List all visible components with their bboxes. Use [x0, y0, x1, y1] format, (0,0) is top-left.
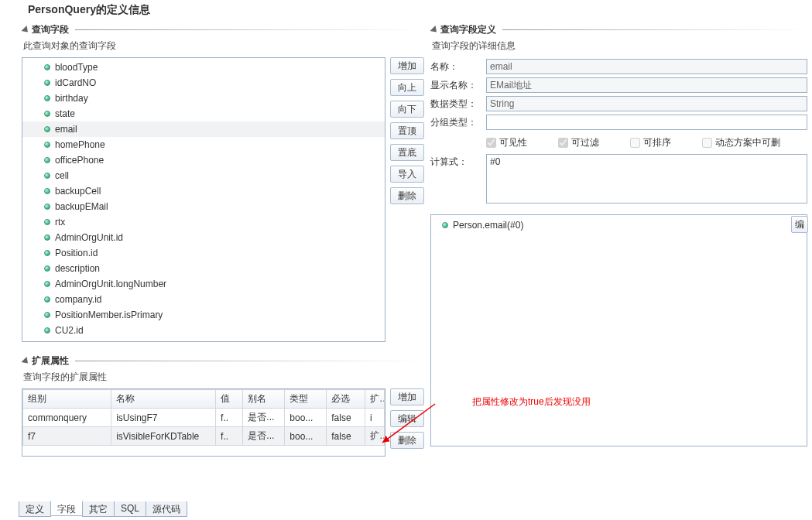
list-item[interactable]: email — [22, 121, 385, 137]
ext-table-wrap[interactable]: 组别名称值别名类型必选扩 commonqueryisUsingF7f..是否..… — [22, 388, 385, 457]
expression-tree[interactable]: Person.email(#0) — [430, 214, 807, 446]
display-name-field[interactable] — [486, 77, 807, 93]
list-item-label: cell — [55, 170, 69, 181]
tabs: 定义字段其它SQL源代码 — [19, 501, 187, 517]
ext-header[interactable]: 扩展属性 — [22, 353, 424, 369]
cell[interactable]: false — [327, 409, 365, 427]
group-type-field[interactable] — [486, 115, 807, 130]
cell[interactable]: isVisibleForKDTable — [111, 427, 216, 446]
list-item-label: homePhone — [55, 139, 105, 150]
check-可见性[interactable]: 可见性 — [486, 136, 527, 149]
check-动态方案中可删[interactable]: 动态方案中可删 — [702, 136, 780, 149]
checkbox[interactable] — [558, 138, 568, 148]
button-删除[interactable]: 删除 — [390, 187, 424, 204]
button-增加[interactable]: 增加 — [390, 388, 424, 405]
checkbox[interactable] — [486, 138, 496, 148]
button-导入[interactable]: 导入 — [390, 166, 424, 183]
list-item[interactable]: state — [22, 106, 385, 121]
check-可排序[interactable]: 可排序 — [630, 136, 671, 149]
button-增加[interactable]: 增加 — [390, 57, 424, 74]
tab-SQL[interactable]: SQL — [114, 501, 146, 517]
def-form: 名称： 显示名称： 数据类型： 分组类型： 可见性可过滤可排序动态方案中可删 — [430, 57, 807, 210]
button-置顶[interactable]: 置顶 — [390, 122, 424, 139]
button-向上[interactable]: 向上 — [390, 79, 424, 96]
col-header[interactable]: 组别 — [23, 390, 111, 409]
list-item-label: birthday — [55, 93, 88, 104]
expression-field[interactable] — [486, 154, 807, 204]
bullet-icon — [44, 64, 50, 70]
cell[interactable]: f7 — [23, 427, 111, 446]
tab-定义[interactable]: 定义 — [19, 501, 51, 517]
cell[interactable]: commonquery — [23, 409, 111, 427]
checkbox[interactable] — [630, 138, 640, 148]
edit-expression-button[interactable]: 编 — [791, 216, 808, 233]
chevron-down-icon — [21, 25, 30, 34]
list-item[interactable]: rtx — [22, 214, 385, 230]
table-row[interactable]: commonqueryisUsingF7f..是否...boo...falsei — [23, 409, 385, 427]
cell[interactable]: f.. — [216, 427, 243, 446]
cell[interactable]: i — [365, 409, 385, 427]
check-可过滤[interactable]: 可过滤 — [558, 136, 599, 149]
check-label: 可见性 — [499, 136, 527, 149]
tab-其它[interactable]: 其它 — [82, 501, 115, 517]
cell[interactable]: boo... — [285, 409, 327, 427]
cell[interactable]: 扩 — [365, 427, 385, 446]
fields-header[interactable]: 查询字段 — [22, 22, 424, 38]
list-item[interactable]: backupCell — [22, 183, 385, 199]
checkbox[interactable] — [702, 138, 712, 148]
ext-hscroll[interactable] — [22, 443, 385, 456]
button-删除[interactable]: 删除 — [390, 432, 424, 449]
list-item[interactable]: bloodType — [22, 60, 385, 75]
list-item[interactable]: officePhone — [22, 152, 385, 168]
col-header[interactable]: 扩 — [365, 390, 385, 409]
cell[interactable]: boo... — [285, 427, 327, 446]
bullet-icon — [44, 126, 50, 132]
cell[interactable]: false — [327, 427, 365, 446]
col-header[interactable]: 别名 — [243, 390, 285, 409]
col-header[interactable]: 类型 — [285, 390, 327, 409]
bullet-icon — [44, 219, 50, 225]
page-hscroll[interactable] — [22, 488, 807, 500]
table-row[interactable]: f7isVisibleForKDTablef..是否...boo...false… — [23, 427, 385, 446]
def-header[interactable]: 查询字段定义 — [430, 22, 807, 38]
list-item[interactable]: idCardNO — [22, 75, 385, 91]
list-item[interactable]: Position.id — [22, 245, 385, 261]
button-向下[interactable]: 向下 — [390, 101, 424, 118]
list-item[interactable]: description — [22, 261, 385, 276]
col-header[interactable]: 必选 — [327, 390, 365, 409]
tab-字段[interactable]: 字段 — [50, 501, 83, 516]
left-column: 查询字段 此查询对象的查询字段 bloodTypeidCardNObirthda… — [22, 22, 424, 478]
list-item[interactable]: homePhone — [22, 137, 385, 152]
cell[interactable]: f.. — [216, 409, 243, 427]
list-item[interactable]: AdminOrgUnit.longNumber — [22, 276, 385, 292]
fields-header-label: 查询字段 — [32, 23, 69, 36]
tab-源代码[interactable]: 源代码 — [146, 501, 187, 517]
list-item-label: rtx — [55, 217, 65, 228]
bullet-icon — [44, 173, 50, 179]
bullet-icon — [44, 265, 50, 272]
list-item[interactable]: AdminOrgUnit.id — [22, 230, 385, 245]
list-item-label: email — [55, 124, 77, 135]
check-label: 可过滤 — [571, 136, 599, 149]
button-置底[interactable]: 置底 — [390, 144, 424, 161]
list-item[interactable]: cell — [22, 168, 385, 183]
name-field[interactable] — [486, 59, 807, 74]
data-type-field[interactable] — [486, 96, 807, 111]
cell[interactable]: isUsingF7 — [111, 409, 216, 427]
list-item[interactable]: birthday — [22, 91, 385, 106]
field-list[interactable]: bloodTypeidCardNObirthdaystateemailhomeP… — [22, 57, 385, 342]
ext-section: 扩展属性 查询字段的扩展属性 组别名称值别名类型必选扩 commonqueryi… — [22, 353, 424, 457]
ext-table[interactable]: 组别名称值别名类型必选扩 commonqueryisUsingF7f..是否..… — [22, 389, 385, 446]
list-item[interactable]: backupEMail — [22, 199, 385, 214]
list-item[interactable]: company.id — [22, 292, 385, 307]
col-header[interactable]: 名称 — [111, 390, 216, 409]
cell[interactable]: 是否... — [243, 409, 285, 427]
button-编辑[interactable]: 编辑 — [390, 410, 424, 427]
col-header[interactable]: 值 — [216, 390, 243, 409]
list-item[interactable]: PositionMember.isPrimary — [22, 307, 385, 323]
tree-item-label: Person.email(#0) — [453, 220, 523, 231]
tree-item[interactable]: Person.email(#0) — [437, 218, 800, 232]
list-item[interactable]: CU2.id — [22, 323, 385, 338]
cell[interactable]: 是否... — [243, 427, 285, 446]
disp-label: 显示名称： — [430, 79, 486, 92]
